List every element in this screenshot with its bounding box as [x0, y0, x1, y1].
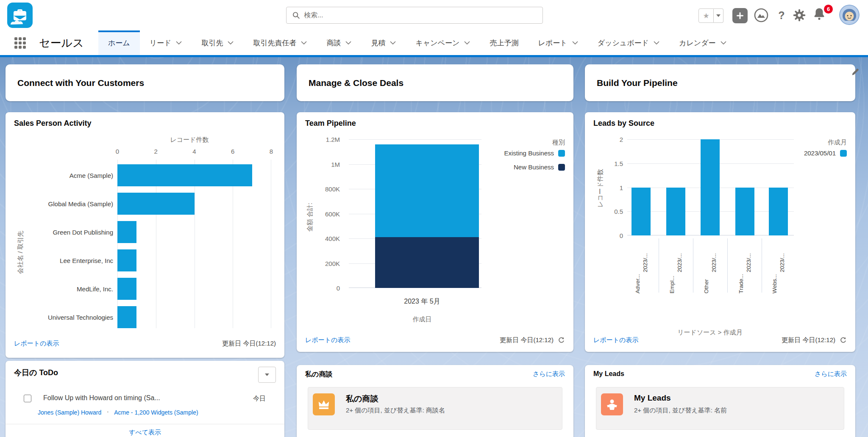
divider: [6, 424, 284, 424]
chevron-down-icon: [716, 14, 721, 17]
help-button[interactable]: ?: [773, 7, 790, 24]
search-input[interactable]: [304, 11, 537, 19]
setup-button[interactable]: [791, 7, 808, 24]
x-category-label: 2023 年 5月: [404, 297, 440, 306]
y-tick: 200K: [325, 260, 340, 267]
star-icon: ★: [703, 11, 709, 20]
x-tick-source: Other: [703, 279, 709, 293]
tab-label: リード: [150, 38, 172, 48]
y-tick: 1M: [331, 160, 340, 168]
app-launcher-button[interactable]: [13, 36, 27, 50]
guidance-mountain-icon: [754, 8, 769, 23]
bar-advertisement[interactable]: [632, 188, 651, 236]
tab-contacts[interactable]: 取引先責任者: [243, 30, 317, 55]
edit-nav-button[interactable]: [851, 68, 860, 78]
task-contact-link[interactable]: Jones (Sample) Howard: [38, 409, 101, 416]
section-header-customers: Connect with Your Customers: [6, 64, 284, 101]
legend-label: 2023/05/01: [804, 149, 836, 157]
list-title: My Leads: [634, 393, 671, 403]
user-avatar[interactable]: [839, 5, 860, 25]
chevron-down-icon: [654, 41, 659, 44]
view-all-link[interactable]: すべて表示: [129, 429, 161, 437]
guidance-center-button[interactable]: [753, 7, 770, 24]
refresh-icon[interactable]: [558, 337, 565, 344]
list-preview-item[interactable]: 私の商談 2+ 個の項目, 並び替え基準: 商談名: [308, 387, 562, 430]
tab-reports[interactable]: レポート: [528, 30, 587, 55]
bar-trade-show[interactable]: [735, 188, 754, 236]
tab-accounts[interactable]: 取引先: [192, 30, 243, 55]
task-actions-menu-button[interactable]: [258, 367, 276, 383]
stacked-bar: [375, 144, 479, 288]
gridline: [349, 139, 481, 140]
bar-website[interactable]: [769, 188, 788, 236]
tab-home[interactable]: ホーム: [98, 30, 140, 55]
bar-universal[interactable]: [117, 306, 136, 328]
tab-opportunities[interactable]: 商談: [317, 30, 361, 55]
my-opportunities-card: 私の商談 さらに表示 私の商談 2+ 個の項目, 並び替え基準: 商談名: [297, 365, 573, 437]
tab-quotes[interactable]: 見積: [361, 30, 406, 55]
section-title: Build Your Pipeline: [597, 78, 678, 88]
gridline: [271, 160, 271, 328]
x-axis-title: 作成日: [413, 315, 432, 324]
tab-calendar[interactable]: カレンダー: [669, 30, 736, 55]
segment-existing-business[interactable]: [375, 144, 479, 237]
tab-dashboards[interactable]: ダッシュボード: [588, 30, 669, 55]
favorites-menu-button[interactable]: [714, 8, 723, 23]
bar-employee-referral[interactable]: [666, 188, 685, 236]
x-axis-ticks: 0 2 4 6 8: [117, 148, 271, 155]
notifications-button[interactable]: 6: [812, 7, 830, 25]
list-subtitle: 2+ 個の項目, 並び替え基準: 商談名: [346, 407, 445, 415]
category-label: Global Media (Sample): [48, 200, 113, 207]
task-title[interactable]: Follow Up with Howard on timing (Sa...: [43, 394, 160, 402]
task-opportunity-link[interactable]: Acme - 1,200 Widgets (Sample): [114, 409, 198, 416]
tab-leads[interactable]: リード: [140, 30, 192, 55]
card-title: 私の商談: [305, 370, 332, 379]
y-tick: 0: [620, 232, 623, 239]
global-actions-button[interactable]: [732, 8, 748, 23]
legend-label: Existing Business: [504, 149, 554, 157]
bar-chart-plot: [117, 160, 271, 328]
section-title: Manage & Close Deals: [309, 78, 403, 88]
segment-new-business[interactable]: [375, 237, 479, 288]
global-search[interactable]: [286, 7, 543, 24]
category-separator: [659, 238, 659, 293]
task-checkbox[interactable]: [24, 395, 31, 402]
view-report-link[interactable]: レポートの表示: [593, 336, 638, 344]
salesforce-home-page: ★ ?: [0, 0, 868, 437]
tab-label: ホーム: [108, 38, 130, 48]
view-report-link[interactable]: レポートの表示: [305, 336, 350, 344]
last-refreshed-text: 更新日 今日(12:12): [222, 340, 276, 348]
x-tick: 8: [270, 148, 273, 155]
x-axis-title: レコード件数: [170, 136, 209, 144]
bar-green-dot[interactable]: [117, 221, 136, 243]
pencil-icon: [851, 68, 860, 76]
view-report-link[interactable]: レポートの表示: [14, 340, 59, 348]
show-more-link[interactable]: さらに表示: [815, 370, 847, 378]
bar-lee-enterprise[interactable]: [117, 249, 136, 271]
list-preview-item[interactable]: My Leads 2+ 個の項目, 並び替え基準: 名前: [596, 387, 844, 430]
tab-campaigns[interactable]: キャンペーン: [406, 30, 480, 55]
y-tick: 0: [337, 285, 340, 292]
favorite-star-button[interactable]: ★: [698, 8, 714, 23]
x-tick-date: 2023/...: [711, 253, 717, 272]
bar-global-media[interactable]: [117, 193, 195, 215]
show-more-link[interactable]: さらに表示: [533, 370, 565, 378]
x-tick-date: 2023/...: [779, 253, 785, 272]
category-label: Green Dot Publishing: [53, 229, 113, 236]
notification-count-badge: 6: [823, 4, 834, 14]
chevron-down-icon: [721, 41, 726, 44]
nav-tabs: ホーム リード 取引先 取引先責任者 商談 見積 キャンペーン 売上予測 レポー…: [98, 30, 736, 55]
legend-entry-month: 2023/05/01: [804, 149, 847, 157]
legend-label: New Business: [514, 163, 554, 171]
card-title: 今日の ToDo: [14, 368, 58, 378]
bar-acme[interactable]: [117, 164, 252, 186]
legend-swatch: [558, 150, 565, 157]
app-navigation-bar: セールス ホーム リード 取引先 取引先責任者 商談 見積 キャンペーン 売上予…: [0, 30, 868, 55]
y-tick: 2: [620, 136, 623, 143]
refresh-icon[interactable]: [840, 337, 847, 344]
leads-by-source-card: Leads by Source 作成月 2023/05/01 2 1.5 1 0…: [585, 112, 855, 352]
global-header: ★ ?: [0, 0, 868, 30]
bar-other[interactable]: [701, 139, 720, 235]
bar-medlife[interactable]: [117, 278, 136, 300]
tab-forecasts[interactable]: 売上予測: [480, 30, 528, 55]
